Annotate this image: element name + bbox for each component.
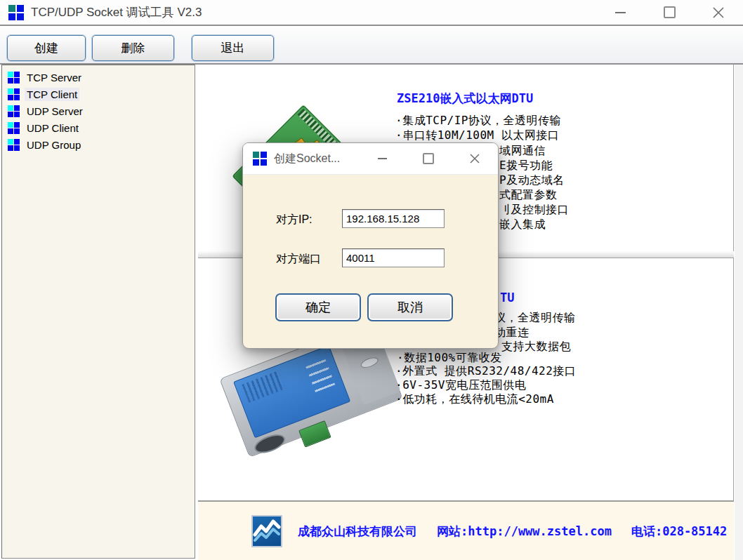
dialog-icon bbox=[253, 152, 267, 166]
company-logo-icon bbox=[251, 515, 282, 547]
socket-icon bbox=[8, 139, 20, 151]
tree-item-udp-group[interactable]: UDP Group bbox=[2, 136, 195, 153]
product2-bullet: ·外置式 提供RS232/48/422接口 bbox=[395, 364, 576, 379]
dialog-title: 创建Socket... bbox=[274, 152, 340, 166]
app-window: TCP/UDP Socket 调试工具 V2.3 创建 删除 退出 TCP Se… bbox=[0, 0, 743, 560]
socket-icon bbox=[8, 72, 20, 84]
dialog-minimize-icon[interactable] bbox=[359, 143, 405, 174]
ok-button[interactable]: 确定 bbox=[275, 293, 361, 321]
titlebar: TCP/UDP Socket 调试工具 V2.3 bbox=[0, 0, 743, 26]
app-logo-icon bbox=[8, 5, 24, 20]
socket-icon bbox=[8, 88, 20, 100]
tree-item-label: UDP Client bbox=[25, 121, 81, 135]
tree-item-udp-server[interactable]: UDP Server bbox=[2, 102, 195, 119]
product2-bullet: ·数据100%可靠收发 bbox=[397, 351, 502, 366]
cancel-button[interactable]: 取消 bbox=[367, 293, 453, 321]
product1-bullet-fragment: 域网通信 bbox=[499, 144, 546, 159]
product1-bullet: ·集成TCP/IP协议，全透明传输 bbox=[395, 114, 561, 128]
product2-bullet-fragment: 动重连 bbox=[494, 326, 530, 340]
tree-item-udp-client[interactable]: UDP Client bbox=[2, 119, 195, 136]
tree-item-tcp-server[interactable]: TCP Server bbox=[2, 69, 195, 86]
create-button[interactable]: 创建 bbox=[7, 35, 86, 61]
product2-bullet-fragment: 议，全透明传输 bbox=[494, 311, 576, 326]
tree-item-label: TCP Server bbox=[25, 71, 84, 84]
socket-icon bbox=[8, 122, 20, 134]
dialog-close-icon[interactable] bbox=[452, 143, 498, 174]
peer-ip-input[interactable] bbox=[342, 209, 445, 228]
tree-item-label: UDP Group bbox=[25, 138, 83, 152]
delete-button[interactable]: 删除 bbox=[92, 35, 174, 61]
socket-tree: TCP Server TCP Client UDP Server UDP Cli… bbox=[1, 65, 195, 559]
tree-item-label: TCP Client bbox=[25, 88, 79, 101]
window-title: TCP/UDP Socket 调试工具 V2.3 bbox=[31, 4, 202, 20]
company-info: 成都众山科技有限公司网站:http://www.zstel.com电话:028-… bbox=[298, 524, 743, 540]
product1-bullet-fragment: E拨号功能 bbox=[499, 159, 553, 173]
peer-ip-label: 对方IP: bbox=[276, 213, 313, 227]
company-phone: 电话:028-85142 bbox=[631, 524, 727, 538]
company-name: 成都众山科技有限公司 bbox=[298, 524, 417, 538]
product2-bullet: ·低功耗，在线待机电流<20mA bbox=[395, 392, 554, 407]
footer-bar: 成都众山科技有限公司网站:http://www.zstel.com电话:028-… bbox=[198, 500, 734, 560]
maximize-icon[interactable] bbox=[645, 0, 694, 25]
product1-bullet-fragment: 式配置参数 bbox=[499, 188, 558, 203]
peer-port-label: 对方端口 bbox=[276, 252, 321, 267]
right-gutter bbox=[735, 65, 743, 560]
product1-title: ZSE210嵌入式以太网DTU bbox=[397, 91, 533, 107]
window-controls bbox=[596, 0, 743, 25]
product2-bullet-fragment: 支持大数据包 bbox=[501, 340, 571, 354]
product2-bullet: ·6V-35V宽电压范围供电 bbox=[395, 378, 526, 393]
product1-bullet: ·串口转10M/100M 以太网接口 bbox=[395, 128, 559, 143]
exit-button[interactable]: 退出 bbox=[192, 35, 274, 61]
company-website[interactable]: 网站:http://www.zstel.com bbox=[437, 524, 612, 538]
product1-bullet-fragment: P及动态域名 bbox=[499, 173, 565, 188]
create-socket-dialog: 创建Socket... 对方IP: 对方端口 确定 取消 bbox=[242, 142, 499, 349]
dialog-controls bbox=[359, 143, 498, 174]
dialog-maximize-icon[interactable] bbox=[405, 143, 452, 174]
tree-item-label: UDP Server bbox=[25, 105, 85, 118]
product1-bullet-fragment: 嵌入集成 bbox=[499, 218, 546, 232]
product2-title-fragment: TU bbox=[500, 291, 514, 305]
peer-port-input[interactable] bbox=[342, 248, 445, 267]
tree-item-tcp-client[interactable]: TCP Client bbox=[2, 86, 195, 102]
toolbar: 创建 删除 退出 bbox=[0, 27, 743, 65]
close-icon[interactable] bbox=[694, 0, 743, 25]
socket-icon bbox=[8, 105, 20, 117]
product1-bullet-fragment: 刂及控制接口 bbox=[499, 203, 569, 218]
minimize-icon[interactable] bbox=[596, 0, 645, 25]
dialog-titlebar: 创建Socket... bbox=[243, 143, 498, 175]
